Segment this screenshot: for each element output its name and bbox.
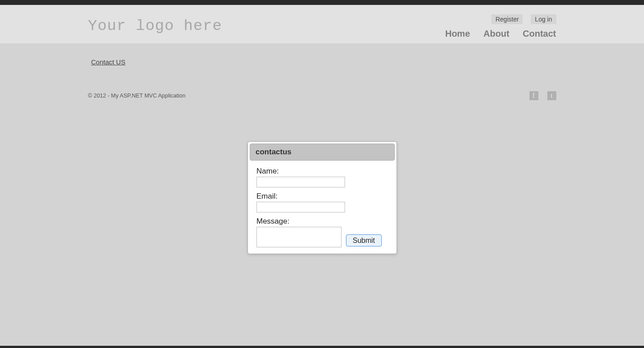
subheader: Contact US <box>0 43 644 84</box>
register-link[interactable]: Register <box>491 14 523 24</box>
social-icons: f t <box>529 91 556 100</box>
top-bar <box>0 0 644 5</box>
auth-links: Register Log in <box>491 14 556 24</box>
main-nav: Home About Contact <box>445 29 556 39</box>
dialog-title: contactus <box>250 144 395 161</box>
message-textarea[interactable] <box>256 227 341 247</box>
dialog-body: Name: Email: Message: Submit <box>250 161 395 252</box>
nav-home[interactable]: Home <box>445 29 470 39</box>
logo[interactable]: Your logo here <box>88 17 222 34</box>
name-input[interactable] <box>256 177 345 187</box>
contact-dialog: contactus Name: Email: Message: Submit <box>247 141 397 254</box>
footer: © 2012 - My ASP.NET MVC Application f t <box>0 84 644 107</box>
twitter-icon[interactable]: t <box>547 91 556 100</box>
message-label: Message: <box>256 217 388 226</box>
email-input[interactable] <box>256 202 345 212</box>
name-label: Name: <box>256 167 388 176</box>
login-link[interactable]: Log in <box>531 14 556 24</box>
contact-us-link[interactable]: Contact US <box>91 58 126 66</box>
copyright-text: © 2012 - My ASP.NET MVC Application <box>88 93 186 99</box>
facebook-icon[interactable]: f <box>529 91 538 100</box>
submit-button[interactable]: Submit <box>346 234 382 246</box>
email-label: Email: <box>256 192 388 201</box>
nav-about[interactable]: About <box>483 29 509 39</box>
bottom-bar <box>0 346 644 348</box>
nav-contact[interactable]: Contact <box>523 29 556 39</box>
